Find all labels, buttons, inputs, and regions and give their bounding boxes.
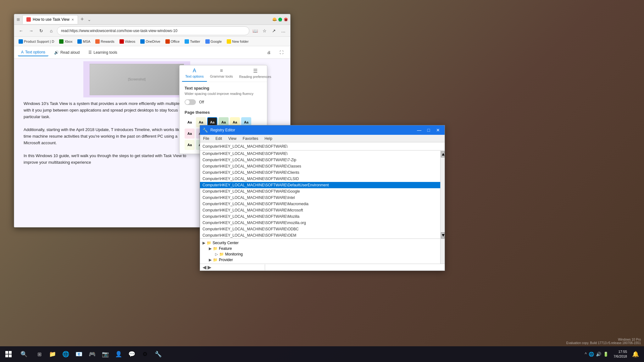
taskbar-app-mail[interactable]: 📧 [73,348,85,360]
taskbar-app-explorer[interactable]: 📁 [47,348,58,360]
reg-tree-feature[interactable]: ▶ 📁 Feature [203,246,438,251]
volume-icon[interactable]: 🔊 [596,352,601,357]
toggle-label: Off [199,100,204,104]
fav-onedrive[interactable]: OneDrive [138,39,162,44]
registry-scrollbar[interactable]: ▲ ▼ [440,151,445,239]
registry-result-classes[interactable]: Computer\HKEY_LOCAL_MACHINE\SOFTWARE\Cla… [200,163,440,169]
registry-result-root[interactable]: Computer\HKEY_LOCAL_MACHINE\SOFTWARE\ [200,151,440,157]
browser-close-button[interactable]: ✕ [284,18,288,21]
registry-maximize-button[interactable]: □ [425,127,433,133]
new-tab-button[interactable]: + [78,16,86,23]
share-button[interactable]: ↗ [269,26,278,35]
text-options-tab-icon: A [193,68,196,74]
battery-icon[interactable]: 🔋 [603,352,608,357]
registry-editor-window: 🔧 Registry Editor — □ ✕ File Edit View F… [200,125,445,271]
print-button[interactable]: 🖨 [264,49,274,56]
start-icon-sq4 [9,354,12,357]
registry-minimize-button[interactable]: — [415,127,423,133]
taskbar-app-people[interactable]: 👤 [113,348,125,360]
network-icon[interactable]: 🌐 [589,352,594,357]
home-button[interactable]: ⌂ [47,26,56,35]
fullscreen-button[interactable]: ⛶ [276,49,286,56]
fav-new-folder[interactable]: New folder [225,39,251,44]
scrollbar-down-arrow[interactable]: ▼ [441,232,445,239]
registry-result-defaultuserenv[interactable]: Computer\HKEY_LOCAL_MACHINE\SOFTWARE\Def… [200,182,440,188]
fav-product-support[interactable]: Product Support | D [17,39,56,44]
settings-button[interactable]: … [279,26,288,35]
registry-menu-favorites[interactable]: Favorites [240,135,261,142]
learning-tools-button[interactable]: ☰ Learning tools [85,49,120,56]
taskbar-app-cortana[interactable]: 💬 [126,348,138,360]
registry-result-odbc[interactable]: Computer\HKEY_LOCAL_MACHINE\SOFTWARE\ODB… [200,226,440,232]
action-center-button[interactable]: 🔔 [630,351,641,358]
registry-result-intel[interactable]: Computer\HKEY_LOCAL_MACHINE\SOFTWARE\Int… [200,195,440,201]
taskbar-app-xbox[interactable]: 🎮 [86,348,98,360]
taskbar-app-camera[interactable]: 📷 [99,348,111,360]
fav-google[interactable]: Google [203,39,224,44]
read-aloud-button[interactable]: 🔊 Read aloud [51,49,83,56]
taskbar-app-edge[interactable]: 🌐 [60,348,72,360]
fav-icon-msa [77,39,82,44]
text-options-button[interactable]: A Text options [18,49,48,56]
theme-pink[interactable]: Aa [185,129,195,139]
tab-close-button[interactable]: ✕ [71,18,74,21]
fav-twitter[interactable]: Twitter [183,39,202,44]
registry-result-clsid[interactable]: Computer\HKEY_LOCAL_MACHINE\SOFTWARE\CLS… [200,176,440,182]
registry-result-microsoft[interactable]: Computer\HKEY_LOCAL_MACHINE\SOFTWARE\Mic… [200,207,440,213]
popup-tab-grammar-tools[interactable]: ≡ Grammar tools [207,65,236,82]
fav-office[interactable]: Office [164,39,182,44]
favorites-button[interactable]: ☆ [260,26,269,35]
reg-tree-monitoring[interactable]: ▷ 📁 Monitoring [203,251,438,257]
registry-result-clients[interactable]: Computer\HKEY_LOCAL_MACHINE\SOFTWARE\Cli… [200,169,440,176]
scrollbar-track[interactable] [441,157,444,232]
taskbar-app-taskview[interactable]: ⊞ [33,348,45,360]
registry-result-7zip[interactable]: Computer\HKEY_LOCAL_MACHINE\SOFTWARE\7-Z… [200,157,440,163]
registry-address-input[interactable] [203,144,442,149]
maximize-button[interactable]: □ [278,18,282,21]
reg-tree-provider[interactable]: ▶ 📁 Provider [203,257,438,263]
taskbar-search-button[interactable]: 🔍 [14,349,33,359]
fav-msa[interactable]: MSA [75,39,92,44]
system-tray: ^ 🌐 🔊 🔋 [582,352,611,357]
registry-result-oem[interactable]: Computer\HKEY_LOCAL_MACHINE\SOFTWARE\OEM [200,232,440,239]
registry-menu-file[interactable]: File [200,135,212,142]
registry-title-bar: 🔧 Registry Editor — □ ✕ [200,125,445,135]
nav-left-button[interactable]: ◀ [203,264,206,270]
registry-result-mozilla[interactable]: Computer\HKEY_LOCAL_MACHINE\SOFTWARE\Moz… [200,213,440,220]
reg-tree-security-center[interactable]: ▶ 📁 Security Center [203,240,438,246]
fav-rewards[interactable]: Rewards [93,39,116,44]
reg-tree-expand-icon-provider: ▶ [209,258,212,262]
fullscreen-icon: ⛶ [280,50,283,55]
text-spacing-toggle[interactable] [185,99,196,105]
theme-white[interactable]: Aa [185,117,195,127]
popup-tab-reading-preferences[interactable]: ☰ Reading preferences [236,65,274,82]
theme-lime[interactable]: Aa [185,140,195,150]
back-button[interactable]: ← [17,26,25,35]
tree-scrollbar[interactable] [440,239,445,264]
registry-result-google[interactable]: Computer\HKEY_LOCAL_MACHINE\SOFTWARE\Goo… [200,188,440,195]
browser-tab[interactable]: How to use Task View ✕ [22,15,78,24]
popup-tab-text-options[interactable]: A Text options [182,65,207,82]
registry-result-mozillaorg[interactable]: Computer\HKEY_LOCAL_MACHINE\SOFTWARE\moz… [200,220,440,226]
address-bar[interactable] [57,26,249,35]
tab-list-button[interactable]: ⌄ [87,17,91,22]
clock[interactable]: 17:55 7/6/2018 [611,349,630,359]
taskbar-app-devtools[interactable]: 🔧 [152,348,164,360]
reader-view-button[interactable]: 📖 [251,26,259,35]
print-icon: 🖨 [267,50,271,55]
refresh-button[interactable]: ↻ [37,26,46,35]
minimize-button[interactable]: — [273,18,276,21]
registry-close-button[interactable]: ✕ [434,127,442,133]
forward-button[interactable]: → [27,26,36,35]
start-button[interactable] [3,348,14,360]
registry-menu-help[interactable]: Help [261,135,275,142]
scrollbar-up-arrow[interactable]: ▲ [441,151,445,157]
nav-right-button[interactable]: ▶ [208,264,211,270]
registry-result-macromedia[interactable]: Computer\HKEY_LOCAL_MACHINE\SOFTWARE\Mac… [200,201,440,207]
taskbar-app-settings[interactable]: ⚙ [139,348,151,360]
registry-menu-edit[interactable]: Edit [212,135,225,142]
fav-xbox[interactable]: Xbox [57,39,74,44]
chevron-up-icon[interactable]: ^ [585,352,587,357]
fav-videos[interactable]: Videos [118,39,137,44]
registry-menu-view[interactable]: View [225,135,240,142]
